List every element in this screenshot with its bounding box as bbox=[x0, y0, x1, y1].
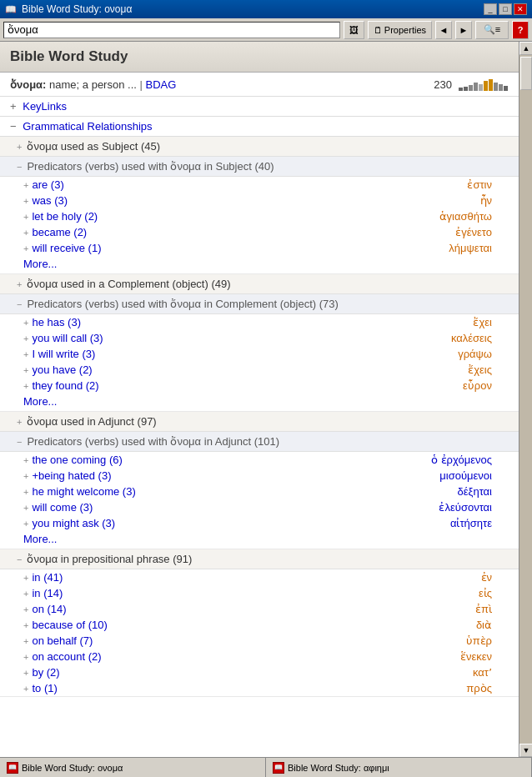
item-greek: ὁ ἐρχόμενος bbox=[431, 454, 509, 466]
status-item-2[interactable]: 📖 Bible Word Study: αφιημι bbox=[266, 758, 532, 777]
item-link[interactable]: +being hated (3) bbox=[32, 469, 111, 482]
predicators2-toggle[interactable]: − bbox=[17, 299, 22, 309]
item-toggle[interactable]: + bbox=[23, 180, 28, 190]
prep-toggle[interactable]: − bbox=[17, 554, 22, 564]
item-link[interactable]: are (3) bbox=[32, 178, 63, 191]
word-definition: name; a person ... bbox=[49, 78, 137, 91]
content-panel[interactable]: Bible Word Study ὄνομα: name; a person .… bbox=[0, 42, 519, 757]
item-toggle[interactable]: + bbox=[23, 573, 28, 583]
item-link[interactable]: was (3) bbox=[32, 194, 68, 207]
item-toggle[interactable]: + bbox=[23, 455, 28, 465]
word-input[interactable] bbox=[3, 22, 340, 38]
item-toggle[interactable]: + bbox=[23, 589, 28, 599]
item-link[interactable]: you have (2) bbox=[32, 363, 92, 376]
item-greek: ἐγένετο bbox=[455, 226, 509, 238]
item-toggle[interactable]: + bbox=[23, 349, 28, 359]
item-toggle[interactable]: + bbox=[23, 333, 28, 343]
word-count: 230 bbox=[434, 78, 452, 91]
item-link[interactable]: let be holy (2) bbox=[32, 210, 98, 223]
item-link[interactable]: on account (2) bbox=[32, 650, 101, 663]
more-link-1[interactable]: More... bbox=[0, 256, 519, 273]
adjunct-toggle[interactable]: + bbox=[17, 417, 22, 427]
scrollbar-thumb[interactable] bbox=[520, 57, 532, 90]
scroll-up-button[interactable]: ▲ bbox=[519, 42, 532, 55]
subject-header[interactable]: + ὄνομα used as Subject (45) bbox=[0, 137, 519, 157]
item-link[interactable]: because of (10) bbox=[32, 619, 107, 631]
item-greek: εὗρον bbox=[463, 379, 509, 392]
item-link[interactable]: you will call (3) bbox=[32, 332, 103, 344]
minimize-button[interactable]: _ bbox=[484, 3, 497, 15]
item-toggle[interactable]: + bbox=[23, 196, 28, 206]
status-item-1[interactable]: 📖 Bible Word Study: ονομα bbox=[0, 758, 266, 777]
predicators1-header[interactable]: − Predicators (verbs) used with ὄνομα in… bbox=[0, 157, 519, 177]
list-item: + let be holy (2) ἁγιασθήτω bbox=[0, 208, 519, 224]
keylinks-toggle[interactable]: + bbox=[10, 100, 17, 113]
grammatical-section-header[interactable]: − Grammatical Relationships bbox=[0, 117, 519, 137]
nav-forward-button[interactable]: ► bbox=[455, 21, 472, 39]
complement-header[interactable]: + ὄνομα used in a Complement (object) (4… bbox=[0, 274, 519, 294]
item-toggle[interactable]: + bbox=[23, 620, 28, 630]
item-link[interactable]: I will write (3) bbox=[32, 348, 95, 360]
source-link[interactable]: BDAG bbox=[146, 78, 177, 91]
item-link[interactable]: will come (3) bbox=[32, 501, 93, 514]
more-link-2[interactable]: More... bbox=[0, 394, 519, 411]
item-link[interactable]: he might welcome (3) bbox=[32, 485, 135, 498]
search-button[interactable]: 🔍≡ bbox=[475, 21, 509, 39]
item-toggle[interactable]: + bbox=[23, 503, 28, 513]
predicators3-toggle[interactable]: − bbox=[17, 437, 22, 447]
title-bar-text: Bible Word Study: ονομα bbox=[22, 3, 479, 15]
item-link[interactable]: the one coming (6) bbox=[32, 454, 122, 466]
item-toggle[interactable]: + bbox=[23, 684, 28, 694]
item-link[interactable]: will receive (1) bbox=[32, 242, 101, 254]
item-link[interactable]: to (1) bbox=[32, 682, 57, 694]
complement-toggle[interactable]: + bbox=[17, 279, 22, 289]
item-link[interactable]: in (41) bbox=[32, 571, 63, 584]
item-toggle[interactable]: + bbox=[23, 228, 28, 238]
close-button[interactable]: ✕ bbox=[514, 3, 527, 15]
item-toggle[interactable]: + bbox=[23, 636, 28, 646]
grammatical-toggle[interactable]: − bbox=[10, 120, 17, 133]
item-toggle[interactable]: + bbox=[23, 519, 28, 529]
scrollbar[interactable]: ▲ ▼ bbox=[519, 42, 532, 757]
item-greek: ἔχει bbox=[473, 316, 509, 328]
keylinks-section[interactable]: + KeyLinks bbox=[0, 97, 519, 117]
maximize-button[interactable]: □ bbox=[499, 3, 512, 15]
item-link[interactable]: on (14) bbox=[32, 603, 66, 615]
item-toggle[interactable]: + bbox=[23, 471, 28, 481]
help-button[interactable]: ? bbox=[512, 21, 529, 39]
adjunct-header[interactable]: + ὄνομα used in Adjunct (97) bbox=[0, 412, 519, 432]
scroll-down-button[interactable]: ▼ bbox=[519, 744, 532, 757]
subject-toggle[interactable]: + bbox=[17, 142, 22, 152]
item-toggle[interactable]: + bbox=[23, 212, 28, 222]
item-link[interactable]: by (2) bbox=[32, 666, 59, 679]
item-greek: μισούμενοι bbox=[439, 469, 509, 482]
item-link[interactable]: they found (2) bbox=[32, 379, 98, 392]
list-item: + by (2) κατʼ bbox=[0, 664, 519, 680]
item-toggle[interactable]: + bbox=[23, 487, 28, 497]
scrollbar-track[interactable] bbox=[519, 55, 532, 744]
item-link[interactable]: he has (3) bbox=[32, 316, 81, 328]
item-link[interactable]: became (2) bbox=[32, 226, 87, 238]
item-toggle[interactable]: + bbox=[23, 652, 28, 662]
item-toggle[interactable]: + bbox=[23, 668, 28, 678]
predicators2-header[interactable]: − Predicators (verbs) used with ὄνομα in… bbox=[0, 294, 519, 314]
predicators1-toggle[interactable]: − bbox=[17, 162, 22, 172]
predicators3-header[interactable]: − Predicators (verbs) used with ὄνομα in… bbox=[0, 432, 519, 452]
item-toggle[interactable]: + bbox=[23, 243, 28, 253]
more-link-3[interactable]: More... bbox=[0, 531, 519, 549]
item-toggle[interactable]: + bbox=[23, 365, 28, 375]
properties-icon: 🗒 bbox=[374, 25, 383, 35]
back-navigation-button[interactable]: 🖼 bbox=[344, 21, 364, 39]
list-item: + in (41) ἐν bbox=[0, 569, 519, 585]
item-link[interactable]: in (14) bbox=[32, 587, 63, 599]
item-toggle[interactable]: + bbox=[23, 604, 28, 614]
properties-button[interactable]: 🗒 Properties bbox=[368, 21, 432, 39]
list-item: + was (3) ἦν bbox=[0, 193, 519, 208]
item-link[interactable]: you might ask (3) bbox=[32, 517, 115, 529]
prep-header[interactable]: − ὄνομα in prepositional phrase (91) bbox=[0, 549, 519, 569]
nav-back-button[interactable]: ◄ bbox=[435, 21, 452, 39]
item-link[interactable]: on behalf (7) bbox=[32, 634, 93, 647]
item-toggle[interactable]: + bbox=[23, 318, 28, 328]
item-toggle[interactable]: + bbox=[23, 381, 28, 391]
list-item: + the one coming (6) ὁ ἐρχόμενος bbox=[0, 452, 519, 468]
